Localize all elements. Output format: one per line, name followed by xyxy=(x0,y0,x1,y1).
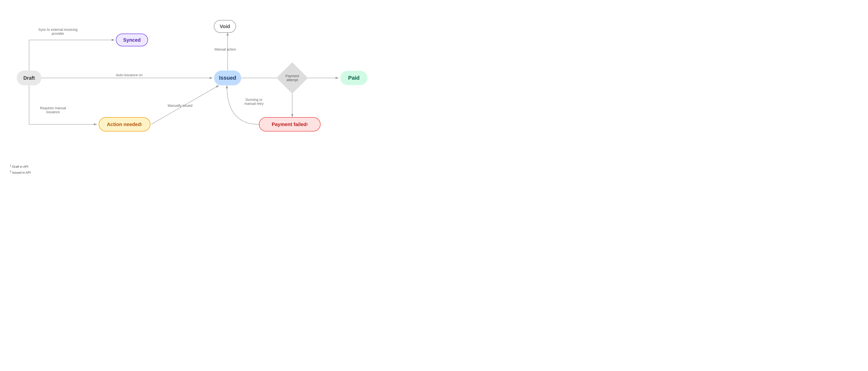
action-needed-label: Action needed xyxy=(107,122,141,127)
node-issued: Issued xyxy=(214,70,241,85)
footnote-1: 1 Draft in API xyxy=(10,163,31,170)
node-void: Void xyxy=(214,20,236,33)
edge-label-sync: Sync to external invoicing provider xyxy=(38,28,78,35)
node-paid: Paid xyxy=(340,71,367,85)
payment-failed-label: Payment failed xyxy=(272,122,307,127)
node-synced: Synced xyxy=(116,34,148,47)
action-needed-sup: 1 xyxy=(141,123,142,126)
edge-label-auto-issuance: Auto-issuance on xyxy=(116,73,143,77)
node-action-needed: Action needed1 xyxy=(99,117,150,131)
node-payment-attempt-label: Payment attempt xyxy=(281,74,303,82)
payment-failed-sup: 2 xyxy=(307,123,308,126)
node-payment-failed: Payment failed2 xyxy=(259,117,320,131)
node-draft: Draft xyxy=(17,70,41,85)
footnote-2: 2 Issued in API xyxy=(10,169,31,176)
edge-label-manually-issued: Manually issued xyxy=(168,103,192,107)
diagram-container: Sync to external invoicing provider Auto… xyxy=(0,0,434,185)
edge-label-dunning: Dunning ormanual retry xyxy=(239,98,269,105)
footnotes: 1 Draft in API 2 Issued in API xyxy=(10,163,31,176)
edge-label-requires-manual: Requires manualissuance xyxy=(36,106,70,114)
edge-label-manual-action: Manual action xyxy=(215,48,236,51)
